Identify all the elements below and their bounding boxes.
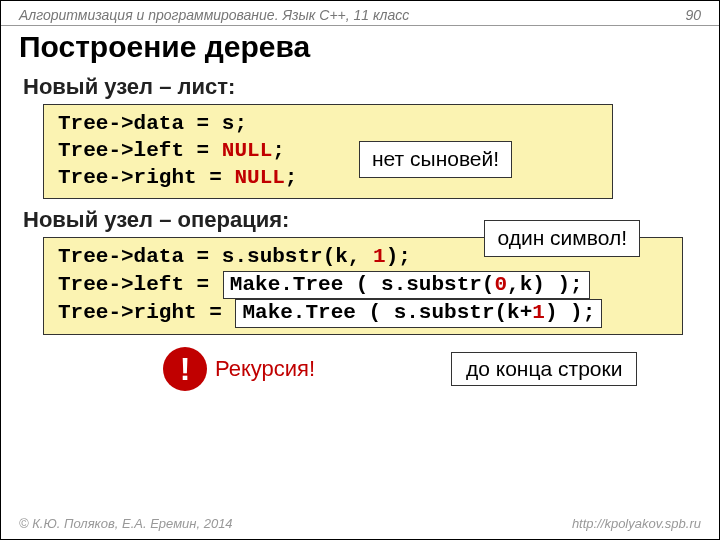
page-number: 90 (685, 7, 701, 23)
one-symbol-callout: один символ! (484, 220, 640, 257)
code-line: Tree->right = NULL; (58, 165, 600, 192)
leaf-codebox: Tree->data = s; Tree->left = NULL; Tree-… (43, 104, 613, 199)
slide-content: Новый узел – лист: Tree->data = s; Tree-… (1, 74, 719, 391)
slide-title: Построение дерева (1, 26, 719, 70)
slide-header: Алгоритмизация и программирование. Язык … (1, 1, 719, 26)
site-url: http://kpolyakov.spb.ru (572, 516, 701, 531)
slide-footer: © К.Ю. Поляков, Е.А. Еремин, 2014 http:/… (1, 516, 719, 531)
maketree-left-box: Make.Tree ( s.substr(0,k) ); (223, 271, 590, 300)
op-codebox: один символ! Tree->data = s.substr(k, 1)… (43, 237, 683, 336)
exclaim-icon: ! (163, 347, 207, 391)
maketree-right-box: Make.Tree ( s.substr(k+1) ); (235, 299, 602, 328)
code-line: Tree->right = Make.Tree ( s.substr(k+1) … (58, 299, 670, 328)
recursion-label: Рекурсия! (215, 356, 315, 382)
end-of-string-callout: до конца строки (451, 352, 637, 386)
code-line: Tree->data = s; (58, 111, 600, 138)
code-line: Tree->left = NULL; (58, 138, 600, 165)
leaf-heading: Новый узел – лист: (23, 74, 697, 100)
code-line: Tree->left = Make.Tree ( s.substr(0,k) )… (58, 271, 670, 300)
course-title: Алгоритмизация и программирование. Язык … (19, 7, 409, 23)
copyright: © К.Ю. Поляков, Е.А. Еремин, 2014 (19, 516, 233, 531)
recursion-row: ! Рекурсия! до конца строки (163, 347, 697, 391)
no-children-callout: нет сыновей! (359, 141, 512, 178)
